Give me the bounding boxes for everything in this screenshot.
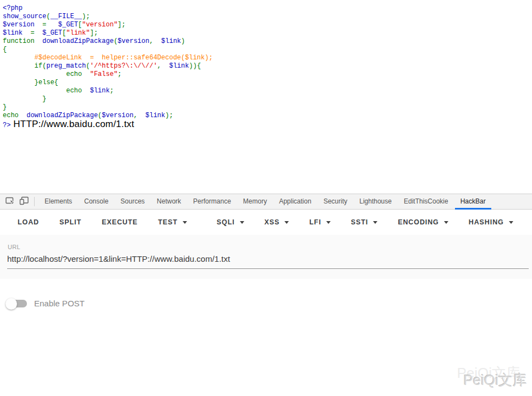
- enable-post-toggle[interactable]: [8, 300, 27, 307]
- code-token: function: [3, 37, 42, 45]
- code-token: }else{: [3, 79, 58, 86]
- hackbar-button-hashing[interactable]: HASHING: [469, 218, 513, 226]
- devtools-tab-lighthouse[interactable]: Lighthouse: [353, 194, 398, 209]
- devtools-tab-performance[interactable]: Performance: [187, 194, 237, 209]
- code-token: preg_match: [46, 62, 86, 70]
- url-input[interactable]: http://localhost/?version=1&link=HTTP://…: [7, 254, 532, 263]
- code-token: );: [165, 112, 173, 119]
- code-token: $link: [3, 29, 23, 37]
- button-label: HASHING: [469, 218, 504, 226]
- code-token: "False": [90, 70, 117, 78]
- code-line: show_source(__FILE__);: [3, 13, 213, 21]
- code-token: $_GET: [58, 21, 78, 29]
- code-token: }: [3, 103, 7, 111]
- hackbar-button-encoding[interactable]: ENCODING: [398, 218, 448, 226]
- hackbar-button-lfi[interactable]: LFI: [309, 218, 330, 226]
- code-token: ;: [109, 87, 113, 95]
- button-label: SSTI: [351, 218, 368, 226]
- inspect-element-button[interactable]: [3, 194, 17, 209]
- code-token: ];: [90, 29, 97, 37]
- code-token: ?>: [3, 122, 10, 129]
- code-token: __FILE__: [50, 13, 82, 20]
- dropdown-caret-icon: [326, 221, 331, 224]
- button-label: SPLIT: [59, 218, 81, 226]
- code-line: echo "False";: [3, 70, 213, 79]
- code-token: {: [3, 46, 7, 53]
- code-line: {: [3, 46, 213, 54]
- code-token: ];: [118, 21, 125, 29]
- hackbar-button-xss[interactable]: XSS: [265, 218, 289, 226]
- devtools-tab-elements[interactable]: Elements: [39, 194, 78, 209]
- hackbar-button-execute[interactable]: EXECUTE: [102, 218, 138, 226]
- devtools-tab-console[interactable]: Console: [78, 194, 114, 209]
- dropdown-caret-icon: [183, 221, 187, 224]
- code-token: echo: [3, 112, 26, 119]
- code-token: )){: [189, 62, 201, 70]
- code-line: }: [3, 95, 213, 103]
- button-label: SQLI: [217, 218, 235, 226]
- hackbar-toolbar: LOADSPLITEXECUTETESTSQLIXSSLFISSTIENCODI…: [0, 210, 532, 235]
- devtools-tab-memory[interactable]: Memory: [237, 194, 273, 209]
- code-line: #$decodeLink = helper::safe64Decode($lin…: [3, 54, 213, 62]
- button-label: EXECUTE: [102, 218, 138, 226]
- code-token: "version": [82, 21, 118, 29]
- devtools-panel: ElementsConsoleSourcesNetworkPerformance…: [0, 194, 532, 396]
- toggle-knob-icon: [6, 298, 17, 310]
- hackbar-button-load[interactable]: LOAD: [18, 218, 39, 226]
- enable-post-label: Enable POST: [34, 299, 85, 308]
- toggle-device-toolbar-icon: [19, 195, 30, 208]
- code-line: }: [3, 103, 213, 112]
- code-token: downloadZipPackage: [42, 37, 114, 45]
- code-token: ;: [118, 70, 122, 78]
- code-token: ): [181, 37, 185, 45]
- devtools-toolbar: ElementsConsoleSourcesNetworkPerformance…: [0, 194, 532, 210]
- devtools-tab-hackbar[interactable]: HackBar: [454, 194, 492, 209]
- code-line: }else{: [3, 79, 213, 87]
- code-line: ?> HTTP://www.baidu.com/1.txt: [3, 120, 213, 130]
- code-token: $_GET: [42, 29, 62, 37]
- code-token: $link: [145, 112, 165, 119]
- hackbar-button-ssti[interactable]: SSTI: [351, 218, 377, 226]
- devtools-tab-bar: ElementsConsoleSourcesNetworkPerformance…: [39, 194, 492, 209]
- code-token: (: [114, 37, 118, 45]
- code-token: echo: [3, 70, 90, 78]
- code-token: show_source: [3, 13, 46, 20]
- code-line: function downloadZipPackage($version, $l…: [3, 37, 213, 46]
- devtools-tab-application[interactable]: Application: [273, 194, 317, 209]
- code-line: <?php: [3, 4, 213, 13]
- toggle-device-toolbar-button[interactable]: [17, 194, 31, 209]
- enable-post-row: Enable POST: [8, 299, 532, 308]
- php-echo-output: HTTP://www.baidu.com/1.txt: [10, 119, 134, 129]
- code-token: $version: [3, 21, 35, 29]
- devtools-tab-network[interactable]: Network: [151, 194, 187, 209]
- inspect-element-icon: [4, 195, 15, 208]
- code-line: if(preg_match('/^https?\:\/\//', $link))…: [3, 62, 213, 70]
- code-token: '/^https?\:\/\//': [90, 62, 157, 70]
- code-token: (: [98, 112, 102, 119]
- hackbar-button-test[interactable]: TEST: [158, 218, 187, 226]
- devtools-tab-sources[interactable]: Sources: [114, 194, 151, 209]
- button-label: XSS: [265, 218, 280, 226]
- dropdown-caret-icon: [284, 221, 289, 224]
- code-token: =: [23, 29, 42, 37]
- code-token: $version: [118, 37, 150, 45]
- devtools-tab-editthiscookie[interactable]: EditThisCookie: [398, 194, 454, 209]
- code-token: =: [35, 21, 58, 29]
- devtools-tab-security[interactable]: Security: [317, 194, 353, 209]
- code-token: $link: [169, 62, 189, 70]
- hackbar-button-sqli[interactable]: SQLI: [217, 218, 244, 226]
- code-token: downloadZipPackage: [26, 112, 98, 119]
- code-line: $version = $_GET["version"];: [3, 21, 213, 29]
- code-line: echo $link;: [3, 87, 213, 95]
- code-token: }: [3, 95, 46, 103]
- code-token: ,: [134, 112, 146, 119]
- code-token: <?php: [3, 4, 23, 12]
- url-field-label: URL: [0, 235, 532, 250]
- code-token: echo: [3, 87, 90, 95]
- button-label: LOAD: [18, 218, 39, 226]
- hackbar-button-split[interactable]: SPLIT: [59, 218, 81, 226]
- code-token: #$decodeLink = helper::safe64Decode($lin…: [3, 54, 213, 62]
- dropdown-caret-icon: [240, 221, 244, 224]
- url-input-underline: [7, 268, 529, 269]
- php-source-code: <?phpshow_source(__FILE__);$version = $_…: [3, 4, 213, 130]
